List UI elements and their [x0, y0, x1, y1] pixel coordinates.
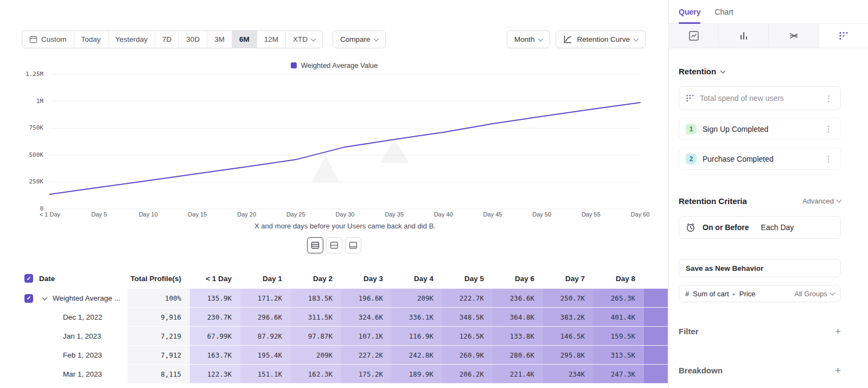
- retention-cell[interactable]: 146.5K: [543, 327, 593, 346]
- retention-cell[interactable]: 162.3K: [291, 365, 341, 384]
- retention-cell[interactable]: 336.1K: [392, 308, 442, 327]
- retention-cell[interactable]: 209K: [291, 346, 341, 365]
- retention-cell[interactable]: 175.2K: [341, 365, 392, 384]
- chart-style-select[interactable]: Retention Curve: [556, 30, 646, 48]
- retention-cell[interactable]: 133.8K: [493, 327, 543, 346]
- retention-cell[interactable]: 234K: [543, 365, 593, 384]
- col-header-day[interactable]: Day 5: [442, 268, 493, 289]
- retention-cell[interactable]: 209K: [392, 289, 442, 308]
- add-filter-button[interactable]: +: [835, 326, 841, 336]
- range-30d[interactable]: 30D: [179, 31, 207, 48]
- retention-cell[interactable]: 227.2K: [341, 346, 392, 365]
- retention-cell[interactable]: 107.1K: [341, 327, 392, 346]
- x-axis-label: Day 10: [139, 211, 158, 218]
- range-7d[interactable]: 7D: [155, 31, 179, 48]
- retention-cell[interactable]: 383.2K: [543, 308, 593, 327]
- retention-cell[interactable]: 296.6K: [240, 308, 291, 327]
- col-header-total[interactable]: Total Profile(s): [127, 268, 190, 289]
- save-behavior-button[interactable]: Save as New Behavior: [679, 259, 841, 277]
- range-xtd[interactable]: XTD: [286, 31, 322, 48]
- behavior-step[interactable]: 1Sign Up Completed⋮: [679, 118, 841, 140]
- chart-type-retention-button[interactable]: [819, 24, 868, 48]
- behavior-menu-button[interactable]: ⋮: [824, 94, 834, 103]
- advanced-mode-toggle[interactable]: Advanced: [802, 197, 841, 205]
- retention-cell[interactable]: 295.8K: [543, 346, 593, 365]
- view-toggle-split[interactable]: [326, 237, 342, 253]
- granularity-select[interactable]: Month: [507, 30, 551, 48]
- retention-cell[interactable]: 242.8K: [392, 346, 442, 365]
- retention-cell[interactable]: 250.7K: [543, 289, 593, 308]
- criteria-period[interactable]: Each Day: [761, 223, 794, 232]
- all-groups-select[interactable]: All Groups: [794, 290, 834, 298]
- retention-cell[interactable]: 260.9K: [442, 346, 493, 365]
- col-header-day[interactable]: Day 7: [543, 268, 593, 289]
- range-yesterday[interactable]: Yesterday: [108, 31, 156, 48]
- retention-cell[interactable]: 313.5K: [593, 346, 644, 365]
- col-header-day[interactable]: Day 4: [392, 268, 442, 289]
- retention-cell[interactable]: 87.92K: [240, 327, 291, 346]
- range-today[interactable]: Today: [74, 31, 108, 48]
- retention-cell[interactable]: 67.99K: [190, 327, 240, 346]
- col-header-day[interactable]: Day 2: [291, 268, 341, 289]
- col-header-date[interactable]: Date: [38, 268, 127, 289]
- view-toggle-rows[interactable]: [307, 237, 323, 253]
- retention-cell[interactable]: 311.5K: [291, 308, 341, 327]
- measure-row[interactable]: # Sum of cart ▸ Price All Groups: [679, 285, 841, 302]
- retention-cell[interactable]: 221.4K: [493, 365, 543, 384]
- behavior-card[interactable]: Total spend of new users ⋮: [679, 86, 841, 110]
- retention-cell[interactable]: 163.7K: [190, 346, 240, 365]
- retention-cell[interactable]: 171.2K: [240, 289, 291, 308]
- row-checkbox[interactable]: ✓: [24, 294, 33, 303]
- retention-cell[interactable]: 151.1K: [240, 365, 291, 384]
- range-12m[interactable]: 12M: [257, 31, 286, 48]
- chart-type-bar-button[interactable]: [719, 24, 769, 48]
- retention-cell-overflow: [644, 289, 668, 308]
- retention-cell[interactable]: 265.3K: [593, 289, 644, 308]
- col-header-day[interactable]: Day 1: [240, 268, 291, 289]
- retention-cell[interactable]: 348.5K: [442, 308, 493, 327]
- behavior-step[interactable]: 2Purchase Completed⋮: [679, 148, 841, 170]
- select-all-checkbox[interactable]: ✓: [24, 274, 33, 283]
- retention-cell[interactable]: 222.7K: [442, 289, 493, 308]
- compare-button[interactable]: Compare: [333, 30, 386, 48]
- chart-type-line-button[interactable]: [669, 24, 719, 48]
- retention-cell[interactable]: 97.87K: [291, 327, 341, 346]
- range-6m[interactable]: 6M: [232, 31, 257, 48]
- step-menu-button[interactable]: ⋮: [824, 125, 834, 133]
- retention-cell[interactable]: 159.5K: [593, 327, 644, 346]
- retention-cell[interactable]: 280.6K: [493, 346, 543, 365]
- col-header-day[interactable]: Day 8: [593, 268, 644, 289]
- tab-query[interactable]: Query: [679, 0, 700, 23]
- retention-section-toggle[interactable]: Retention: [679, 67, 841, 76]
- retention-cell[interactable]: 189.9K: [392, 365, 442, 384]
- col-header-day[interactable]: < 1 Day: [190, 268, 240, 289]
- retention-cell[interactable]: 247.3K: [593, 365, 644, 384]
- step-menu-button[interactable]: ⋮: [824, 155, 834, 163]
- retention-criteria-card[interactable]: On or Before Each Day: [679, 216, 841, 239]
- range-3m[interactable]: 3M: [207, 31, 232, 48]
- retention-cell[interactable]: 195.4K: [240, 346, 291, 365]
- retention-cell[interactable]: 324.6K: [341, 308, 392, 327]
- retention-cell[interactable]: 230.7K: [190, 308, 240, 327]
- caret-right-icon: ▸: [733, 291, 736, 297]
- retention-cell[interactable]: 401.4K: [593, 308, 644, 327]
- retention-cell[interactable]: 364.8K: [493, 308, 543, 327]
- collapse-row-icon[interactable]: [42, 295, 48, 300]
- custom-range-button[interactable]: Custom: [22, 31, 74, 48]
- chart-type-flow-button[interactable]: [769, 24, 819, 48]
- tab-chart[interactable]: Chart: [714, 0, 733, 23]
- retention-cell[interactable]: 236.6K: [493, 289, 543, 308]
- add-breakdown-button[interactable]: +: [835, 365, 841, 376]
- criteria-condition[interactable]: On or Before: [703, 223, 749, 232]
- col-header-day[interactable]: Day 3: [341, 268, 392, 289]
- row-label[interactable]: Weighted Average ...: [38, 289, 127, 308]
- retention-cell[interactable]: 122.3K: [190, 365, 240, 384]
- retention-cell[interactable]: 196.6K: [341, 289, 392, 308]
- col-header-day[interactable]: Day 6: [493, 268, 543, 289]
- retention-cell[interactable]: 206.2K: [442, 365, 493, 384]
- retention-cell[interactable]: 183.5K: [291, 289, 341, 308]
- retention-cell[interactable]: 116.9K: [392, 327, 442, 346]
- retention-cell[interactable]: 126.5K: [442, 327, 493, 346]
- view-toggle-single[interactable]: [345, 237, 361, 253]
- retention-cell[interactable]: 135.9K: [190, 289, 240, 308]
